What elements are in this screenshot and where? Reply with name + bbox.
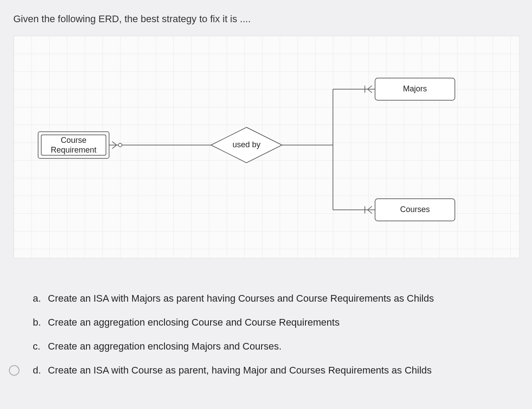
entity-majors: Majors xyxy=(375,78,455,100)
answers-block: a. Create an ISA with Majors as parent h… xyxy=(0,293,532,389)
entity-majors-label: Majors xyxy=(403,84,427,93)
question-page: Given the following ERD, the best strate… xyxy=(0,0,532,409)
entity-course-requirement-line1: Course xyxy=(61,136,86,145)
answer-text-b: Create an aggregation enclosing Course a… xyxy=(48,317,340,328)
svg-point-6 xyxy=(118,143,122,147)
erd-diagram: Course Requirement used by xyxy=(13,35,520,258)
answer-option-c[interactable]: c. Create an aggregation enclosing Major… xyxy=(0,341,532,352)
answer-option-b[interactable]: b. Create an aggregation enclosing Cours… xyxy=(0,317,532,328)
answer-option-d[interactable]: d. Create an ISA with Course as parent, … xyxy=(0,365,532,376)
answer-text-d: Create an ISA with Course as parent, hav… xyxy=(48,365,432,376)
entity-courses-label: Courses xyxy=(400,205,430,214)
erd-svg: Course Requirement used by xyxy=(14,36,519,258)
answer-letter-b: b. xyxy=(33,317,48,328)
answer-letter-a: a. xyxy=(33,293,48,304)
answer-option-a[interactable]: a. Create an ISA with Majors as parent h… xyxy=(0,293,532,304)
question-text: Given the following ERD, the best strate… xyxy=(13,13,251,25)
radio-d[interactable] xyxy=(9,365,20,376)
entity-course-requirement: Course Requirement xyxy=(38,132,109,158)
answer-text-a: Create an ISA with Majors as parent havi… xyxy=(48,293,434,304)
entity-courses: Courses xyxy=(375,199,455,221)
relationship-label: used by xyxy=(232,140,260,149)
answer-letter-c: c. xyxy=(33,341,48,352)
answer-text-c: Create an aggregation enclosing Majors a… xyxy=(48,341,282,352)
entity-course-requirement-line2: Requirement xyxy=(51,146,96,154)
answer-letter-d: d. xyxy=(33,365,48,376)
